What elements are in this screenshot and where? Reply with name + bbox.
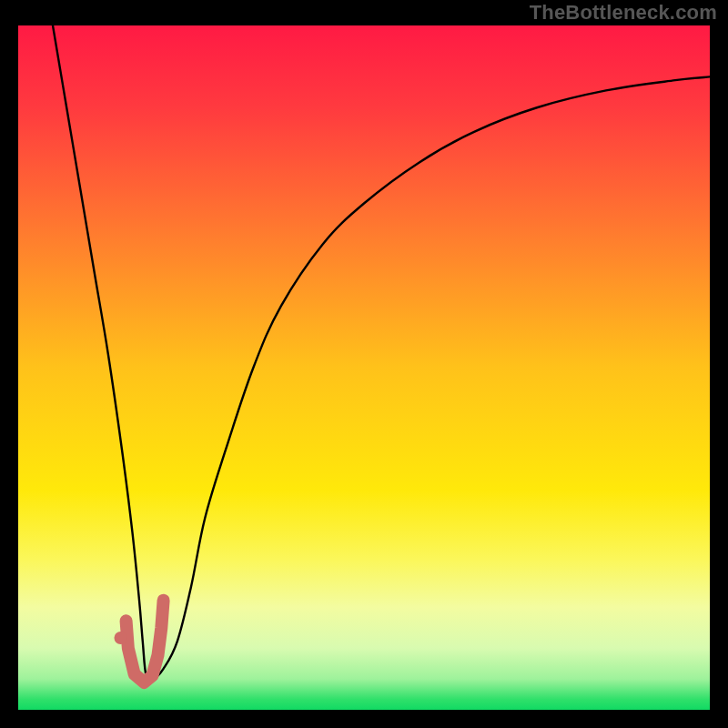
chart-frame: TheBottleneck.com — [0, 0, 728, 728]
chart-svg — [18, 25, 710, 710]
optimum-marker-dot — [114, 632, 126, 644]
watermark-label: TheBottleneck.com — [530, 0, 717, 25]
gradient-background — [18, 25, 710, 710]
plot-area — [18, 25, 710, 710]
